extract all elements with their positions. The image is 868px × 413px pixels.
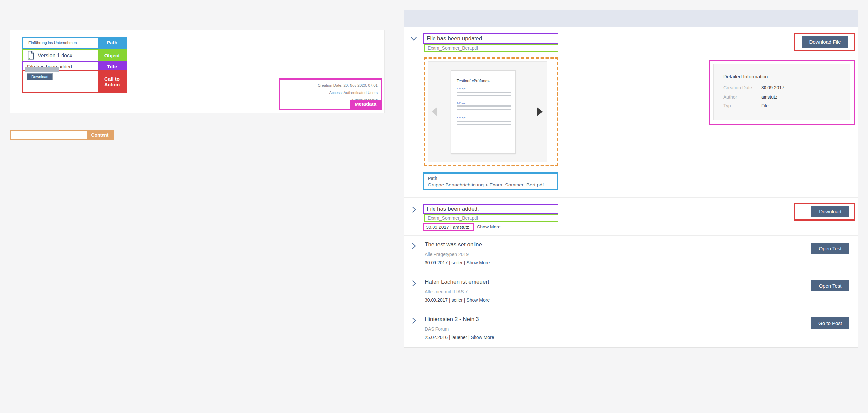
chevron-right-icon[interactable] [409,242,418,251]
legend-metadata-label: Metadata [350,99,381,109]
timeline-panel: File has been updated. Exam_Sommer_Bert.… [404,10,858,348]
go-to-post-button[interactable]: Go to Post [811,317,849,329]
entry4-meta: 30.09.2017 | seiler | Show More [425,297,490,303]
path-label: Path [428,176,554,181]
entry-separator [404,310,858,311]
entry4-subtitle: Alles neu mit ILIAS 7 [425,289,468,294]
entry3-meta-text: 30.09.2017 | seiler | [425,260,465,265]
document-section-heading: 3. Frage [457,117,510,119]
carousel-prev-icon[interactable] [432,107,437,117]
legend-path-box: Einführung ins Unternehmen Path [22,37,127,49]
page: Einführung ins Unternehmen Path Version … [0,0,868,413]
entry2-subtitle: Exam_Sommer_Bert.pdf [428,215,478,221]
button-ghost-shape [25,67,59,72]
entry-separator [404,197,858,198]
metadata-line-access: Access: Authenticated Users [318,89,378,96]
metadata-line-creation: Creation Date: 20. Nov 2020, 07:01 [318,82,378,89]
chevron-right-icon[interactable] [409,205,418,214]
entry2-title: File has been added. [427,206,479,212]
document-text-lines [457,91,510,98]
details-row: Creation Date 30.09.2017 [723,85,784,90]
chevron-right-icon[interactable] [409,316,418,325]
entry5-meta: 25.02.2016 | lauener | Show More [425,335,494,340]
entry1-subtitle: Exam_Sommer_Bert.pdf [428,45,478,51]
entry5-title: Hinterasien 2 - Nein 3 [425,316,479,323]
entry1-preview-box: Testlauf «Prüfung» 1. Frage 2. Frage 3. … [424,57,558,166]
open-test-button[interactable]: Open Test [811,243,849,254]
entry4-show-more-link[interactable]: Show More [466,297,490,303]
card-divider [10,110,384,110]
document-section: 2. Frage [457,102,510,113]
document-section: 1. Frage [457,87,510,98]
entry1-details-annotation: Detailed Information Creation Date 30.09… [709,60,855,125]
entry3-subtitle: Alle Fragetypen 2019 [425,252,469,257]
chevron-right-icon[interactable] [409,279,418,288]
timeline-header-bar [404,10,858,27]
details-row-value: 30.09.2017 [761,85,784,90]
entry4-title: Hafen Lachen ist erneuert [425,279,489,285]
legend-content-box: Content [10,130,114,140]
document-page-thumbnail: Testlauf «Prüfung» 1. Frage 2. Frage 3. … [451,70,516,154]
legend-object-content: Version 1.docx [23,50,98,61]
details-row-value: amstutz [761,94,777,99]
entry2-subtitle-box: Exam_Sommer_Bert.pdf [424,214,558,222]
entry1-path-box: Path Gruppe Benachrichtigung > Exam_Somm… [423,172,558,190]
download-button-sample[interactable]: Download [27,73,53,81]
legend-object-text: Version 1.docx [38,53,72,59]
details-row-value: File [761,103,769,108]
entry1-title-box: File has been updated. [423,33,558,44]
details-row-label: Author [723,94,760,99]
entry3-show-more-link[interactable]: Show More [466,260,490,265]
download-button[interactable]: Download [811,206,849,217]
entry3-meta: 30.09.2017 | seiler | Show More [425,260,490,265]
details-row-label: Creation Date [723,85,760,90]
download-file-button[interactable]: Download File [802,36,848,47]
file-icon [27,51,34,61]
entry2-show-more-link[interactable]: Show More [477,224,501,229]
details-row: Typ File [723,103,769,108]
entry5-show-more-link[interactable]: Show More [471,335,494,340]
legend-cta-box: Download Call to Action [22,70,127,93]
document-section-heading: 2. Frage [457,102,510,104]
path-value: Gruppe Benachrichtigung > Exam_Sommer_Be… [428,182,554,188]
document-text-lines [457,120,510,127]
details-row-label: Typ [723,103,760,108]
legend-object-label: Object [98,50,126,61]
legend-title-label: Title [98,62,126,71]
details-row: Author amstutz [723,94,777,99]
document-title: Testlauf «Prüfung» [457,79,510,83]
open-test-button[interactable]: Open Test [811,280,849,291]
document-text-lines [457,105,510,113]
legend-object-box: Version 1.docx Object [22,49,127,62]
legend-content-area [11,131,87,139]
document-preview-carousel: Testlauf «Prüfung» 1. Frage 2. Frage 3. … [428,61,547,162]
entry-separator [404,273,858,273]
entry5-subtitle: DAS Forum [425,326,449,332]
legend-metadata-box: Creation Date: 20. Nov 2020, 07:01 Acces… [279,78,382,110]
entry2-meta: 30.09.2017 | amstutz [426,224,469,230]
entry-separator [404,235,858,236]
entry5-meta-text: 25.02.2016 | lauener | [425,335,469,340]
entry2-meta-box: 30.09.2017 | amstutz [423,223,474,231]
entry3-title: The test was set online. [425,242,484,248]
entry4-meta-text: 30.09.2017 | seiler | [425,297,465,303]
legend-diagram-card: Einführung ins Unternehmen Path Version … [10,30,384,114]
legend-cta-label: Call to Action [98,71,126,92]
carousel-next-icon[interactable] [537,107,542,117]
entry1-title: File has been updated. [427,35,484,42]
chevron-down-icon[interactable] [409,34,418,43]
document-section: 3. Frage [457,117,510,127]
details-heading: Detailed Information [723,74,768,80]
entry2-title-box: File has been added. [423,204,558,214]
document-section-heading: 1. Frage [457,87,510,90]
detailed-information-panel: Detailed Information Creation Date 30.09… [713,64,850,120]
legend-cta-content: Download [23,71,98,92]
legend-path-label: Path [98,38,126,47]
legend-content-label: Content [87,131,113,139]
entry1-subtitle-box: Exam_Sommer_Bert.pdf [424,44,558,52]
legend-path-content: Einführung ins Unternehmen [23,38,98,47]
legend-path-text: Einführung ins Unternehmen [27,41,77,45]
